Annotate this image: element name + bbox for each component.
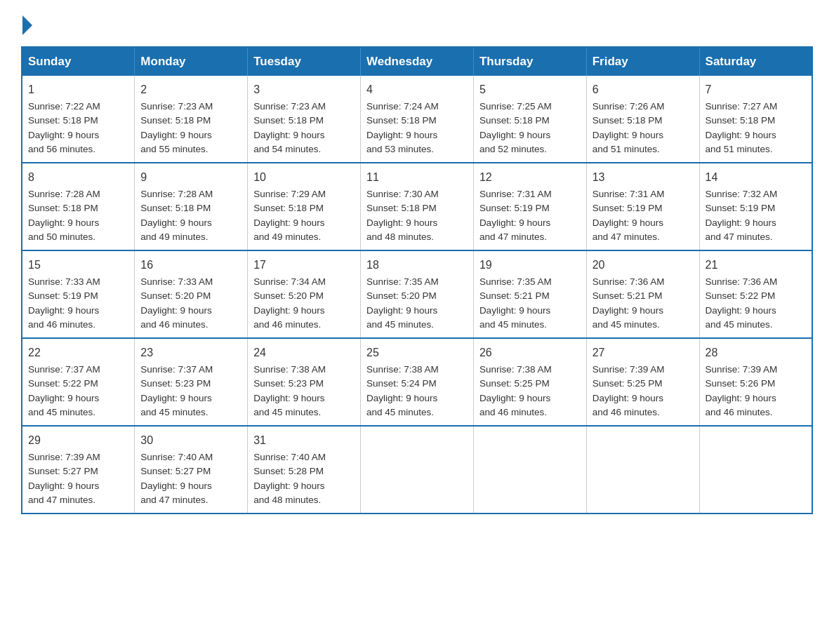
week-row-1: 1Sunrise: 7:22 AMSunset: 5:18 PMDaylight… [22,76,812,163]
calendar-cell: 22Sunrise: 7:37 AMSunset: 5:22 PMDayligh… [22,338,135,426]
day-number: 1 [28,81,128,98]
sunrise-text: Sunrise: 7:37 AM [28,364,100,375]
daylight-minutes: and 46 minutes. [706,407,773,417]
calendar-table: SundayMondayTuesdayWednesdayThursdayFrid… [21,46,813,514]
sunset-text: Sunset: 5:18 PM [28,203,98,213]
daylight-text: Daylight: 9 hours [706,130,776,140]
sunset-text: Sunset: 5:18 PM [479,115,550,126]
sunrise-text: Sunrise: 7:35 AM [366,276,439,287]
day-number: 16 [140,257,241,274]
daylight-minutes: and 49 minutes. [140,232,208,242]
sunset-text: Sunset: 5:22 PM [28,378,98,389]
daylight-minutes: and 47 minutes. [479,232,547,242]
daylight-minutes: and 48 minutes. [366,232,434,242]
calendar-cell: 5Sunrise: 7:25 AMSunset: 5:18 PMDaylight… [473,76,586,163]
sunset-text: Sunset: 5:18 PM [593,115,663,126]
day-number: 24 [253,344,355,361]
calendar-cell: 11Sunrise: 7:30 AMSunset: 5:18 PMDayligh… [361,163,474,250]
sunset-text: Sunset: 5:20 PM [366,290,437,301]
calendar-cell: 28Sunrise: 7:39 AMSunset: 5:26 PMDayligh… [699,338,812,426]
sunrise-text: Sunrise: 7:28 AM [140,189,213,199]
calendar-cell: 26Sunrise: 7:38 AMSunset: 5:25 PMDayligh… [473,338,586,426]
daylight-text: Daylight: 9 hours [706,217,776,228]
sunrise-text: Sunrise: 7:33 AM [28,276,100,287]
calendar-cell: 8Sunrise: 7:28 AMSunset: 5:18 PMDaylight… [22,163,135,250]
sunrise-text: Sunrise: 7:40 AM [140,452,213,462]
daylight-minutes: and 45 minutes. [140,407,208,417]
header-sunday: Sunday [22,47,135,76]
daylight-text: Daylight: 9 hours [593,217,663,228]
sunrise-text: Sunrise: 7:34 AM [253,276,326,287]
sunrise-text: Sunrise: 7:31 AM [593,189,665,199]
sunrise-text: Sunrise: 7:28 AM [28,189,100,199]
daylight-minutes: and 46 minutes. [253,319,321,330]
day-number: 27 [593,344,694,361]
sunrise-text: Sunrise: 7:40 AM [253,452,326,462]
header-thursday: Thursday [473,47,586,76]
daylight-text: Daylight: 9 hours [253,217,324,228]
daylight-minutes: and 47 minutes. [28,495,95,505]
calendar-cell: 3Sunrise: 7:23 AMSunset: 5:18 PMDaylight… [248,76,361,163]
calendar-cell [361,426,474,514]
sunrise-text: Sunrise: 7:30 AM [366,189,439,199]
sunrise-text: Sunrise: 7:23 AM [253,101,326,112]
sunset-text: Sunset: 5:19 PM [706,203,776,213]
daylight-minutes: and 46 minutes. [28,319,95,330]
daylight-text: Daylight: 9 hours [706,393,776,403]
calendar-header: SundayMondayTuesdayWednesdayThursdayFrid… [22,47,812,76]
week-row-3: 15Sunrise: 7:33 AMSunset: 5:19 PMDayligh… [22,250,812,338]
calendar-cell: 19Sunrise: 7:35 AMSunset: 5:21 PMDayligh… [473,250,586,338]
sunset-text: Sunset: 5:26 PM [706,378,776,389]
header-friday: Friday [586,47,699,76]
sunrise-text: Sunrise: 7:38 AM [479,364,552,375]
day-number: 22 [28,344,128,361]
daylight-text: Daylight: 9 hours [28,393,99,403]
sunset-text: Sunset: 5:22 PM [706,290,776,301]
sunrise-text: Sunrise: 7:24 AM [366,101,439,112]
daylight-minutes: and 51 minutes. [593,144,660,154]
calendar-cell: 7Sunrise: 7:27 AMSunset: 5:18 PMDaylight… [699,76,812,163]
day-number: 13 [593,169,694,186]
sunset-text: Sunset: 5:25 PM [593,378,663,389]
daylight-minutes: and 47 minutes. [593,232,660,242]
sunrise-text: Sunrise: 7:39 AM [28,452,100,462]
daylight-minutes: and 46 minutes. [479,407,547,417]
daylight-text: Daylight: 9 hours [140,393,211,403]
day-number: 17 [253,257,355,274]
daylight-minutes: and 45 minutes. [366,319,434,330]
sunrise-text: Sunrise: 7:25 AM [479,101,552,112]
daylight-minutes: and 47 minutes. [140,495,208,505]
daylight-text: Daylight: 9 hours [366,217,437,228]
calendar-cell: 14Sunrise: 7:32 AMSunset: 5:19 PMDayligh… [699,163,812,250]
day-number: 4 [366,81,468,98]
sunrise-text: Sunrise: 7:35 AM [479,276,552,287]
day-number: 19 [479,257,581,274]
daylight-minutes: and 48 minutes. [253,495,321,505]
calendar-cell: 27Sunrise: 7:39 AMSunset: 5:25 PMDayligh… [586,338,699,426]
sunrise-text: Sunrise: 7:38 AM [366,364,439,375]
day-number: 10 [253,169,355,186]
calendar-cell: 24Sunrise: 7:38 AMSunset: 5:23 PMDayligh… [248,338,361,426]
sunset-text: Sunset: 5:18 PM [140,203,211,213]
daylight-minutes: and 49 minutes. [253,232,321,242]
sunset-text: Sunset: 5:18 PM [28,115,98,126]
daylight-text: Daylight: 9 hours [593,130,663,140]
daylight-minutes: and 51 minutes. [706,144,773,154]
sunrise-text: Sunrise: 7:23 AM [140,101,213,112]
daylight-minutes: and 46 minutes. [593,407,660,417]
daylight-text: Daylight: 9 hours [253,481,324,491]
daylight-minutes: and 45 minutes. [366,407,434,417]
calendar-cell: 1Sunrise: 7:22 AMSunset: 5:18 PMDaylight… [22,76,135,163]
calendar-cell: 12Sunrise: 7:31 AMSunset: 5:19 PMDayligh… [473,163,586,250]
day-number: 21 [706,257,806,274]
day-number: 11 [366,169,468,186]
daylight-text: Daylight: 9 hours [140,130,211,140]
daylight-text: Daylight: 9 hours [366,305,437,316]
sunset-text: Sunset: 5:27 PM [140,466,211,476]
calendar-cell: 13Sunrise: 7:31 AMSunset: 5:19 PMDayligh… [586,163,699,250]
sunset-text: Sunset: 5:19 PM [593,203,663,213]
daylight-minutes: and 52 minutes. [479,144,547,154]
day-number: 15 [28,257,128,274]
daylight-minutes: and 53 minutes. [366,144,434,154]
daylight-text: Daylight: 9 hours [28,130,99,140]
